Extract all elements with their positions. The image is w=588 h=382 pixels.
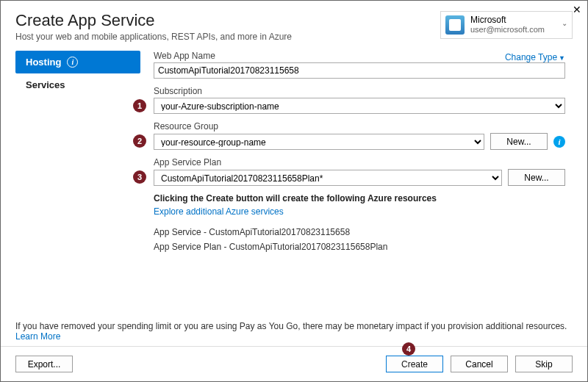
resource-group-select[interactable]: your-resource-group-name — [154, 134, 484, 150]
footer-note-text: If you have removed your spending limit … — [15, 321, 567, 331]
create-app-service-dialog: ✕ Create App Service Host your web and m… — [0, 0, 588, 382]
resource-line: App Service - CustomApiTutorial201708231… — [154, 227, 573, 237]
account-selector[interactable]: Microsoft user@microsoft.com ⌄ — [440, 11, 573, 39]
title-block: Create App Service Host your web and mob… — [15, 11, 292, 42]
subscription-label: Subscription — [154, 86, 565, 96]
new-app-service-plan-button[interactable]: New... — [508, 169, 565, 186]
step-badge-3: 3 — [133, 170, 146, 184]
change-type-link[interactable]: Change Type▼ — [505, 52, 565, 62]
tab-hosting[interactable]: Hosting i — [15, 51, 140, 73]
webapp-label: Web App Name — [154, 51, 215, 61]
dialog-header: Create App Service Host your web and mob… — [1, 1, 587, 46]
learn-more-link[interactable]: Learn More — [15, 331, 60, 342]
app-service-plan-field-block: 3 App Service Plan CustomApiTutorial2017… — [154, 157, 565, 186]
webapp-field-block: Web App Name Change Type▼ — [154, 51, 565, 79]
account-avatar-icon — [445, 15, 465, 35]
webapp-name-input[interactable] — [154, 62, 565, 79]
skip-button[interactable]: Skip — [515, 356, 573, 372]
dialog-subtitle: Host your web and mobile applications, R… — [15, 32, 292, 42]
new-resource-group-button[interactable]: New... — [490, 133, 548, 150]
step-badge-1: 1 — [133, 99, 146, 112]
summary-heading: Clicking the Create button will create t… — [154, 193, 573, 203]
info-icon: i — [67, 57, 78, 68]
chevron-down-icon: ▼ — [559, 54, 565, 62]
account-email: user@microsoft.com — [470, 25, 545, 35]
sidebar: Hosting i Services — [15, 51, 140, 256]
step-badge-4: 4 — [402, 342, 415, 356]
dialog-footer: Export... 4 Create Cancel Skip — [1, 346, 587, 381]
step-badge-2: 2 — [133, 134, 146, 148]
dialog-body: Hosting i Services Web App Name Change T… — [1, 46, 587, 256]
form-area: Web App Name Change Type▼ 1 Subscription… — [140, 51, 573, 256]
chevron-down-icon: ⌄ — [562, 19, 567, 27]
subscription-select[interactable]: your-Azure-subscription-name — [154, 98, 565, 114]
app-service-plan-select[interactable]: CustomApiTutorial20170823115658Plan* — [154, 170, 502, 186]
dialog-title: Create App Service — [15, 11, 292, 30]
resource-group-label: Resource Group — [154, 121, 565, 131]
close-icon[interactable]: ✕ — [573, 4, 581, 15]
account-text: Microsoft user@microsoft.com — [470, 15, 545, 35]
explore-services-link[interactable]: Explore additional Azure services — [154, 206, 284, 217]
app-service-plan-label: App Service Plan — [154, 157, 565, 167]
export-button[interactable]: Export... — [15, 356, 73, 372]
create-button[interactable]: Create — [386, 356, 443, 372]
resource-line: App Service Plan - CustomApiTutorial2017… — [154, 242, 573, 252]
tab-services-label: Services — [26, 79, 65, 90]
resource-group-field-block: 2 Resource Group your-resource-group-nam… — [154, 121, 565, 150]
footer-note: If you have removed your spending limit … — [15, 321, 573, 342]
info-icon[interactable]: i — [553, 136, 565, 148]
cancel-button[interactable]: Cancel — [451, 356, 508, 372]
tab-services[interactable]: Services — [15, 73, 140, 96]
summary-block: Clicking the Create button will create t… — [154, 193, 573, 252]
subscription-field-block: 1 Subscription your-Azure-subscription-n… — [154, 86, 565, 114]
tab-hosting-label: Hosting — [26, 57, 61, 68]
account-name: Microsoft — [470, 15, 545, 25]
